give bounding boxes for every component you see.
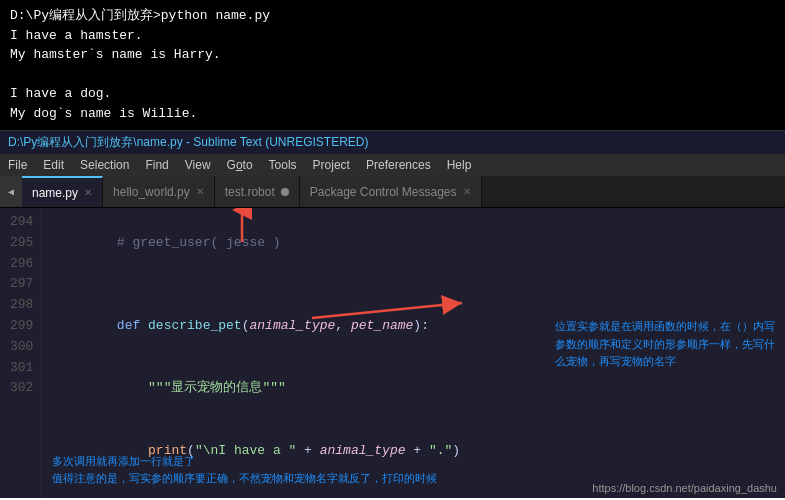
tab-close-hello-py[interactable]: ✕ bbox=[196, 186, 204, 197]
menu-file[interactable]: File bbox=[0, 156, 35, 174]
code-area[interactable]: # greet_user( jesse ) def describe_pet(a… bbox=[42, 208, 785, 498]
tab-name-py[interactable]: name.py ✕ bbox=[22, 176, 103, 208]
line-numbers: 294 295 296 297 298 299 300 301 302 bbox=[0, 208, 42, 498]
tab-label: Package Control Messages bbox=[310, 185, 457, 199]
terminal-output: I have a hamster. My hamster`s name is H… bbox=[10, 26, 775, 131]
tab-label: name.py bbox=[32, 186, 78, 200]
menu-tools[interactable]: Tools bbox=[261, 156, 305, 174]
code-line-297: """显示宠物的信息""" bbox=[54, 358, 785, 420]
code-line-295 bbox=[54, 274, 785, 295]
menu-help[interactable]: Help bbox=[439, 156, 480, 174]
code-line-296: def describe_pet(animal_type, pet_name): bbox=[54, 295, 785, 357]
menu-bar: File Edit Selection Find View Goto Tools… bbox=[0, 154, 785, 176]
terminal-line: I have a dog. bbox=[10, 84, 775, 104]
code-line-299: print("My " + animal_type + "'s name is … bbox=[54, 482, 785, 498]
tab-package-control[interactable]: Package Control Messages ✕ bbox=[300, 176, 482, 208]
line-number: 294 bbox=[10, 212, 33, 233]
code-line-298: print("\nI have a " + animal_type + ".") bbox=[54, 420, 785, 482]
menu-goto[interactable]: Goto bbox=[219, 156, 261, 174]
tab-close-name-py[interactable]: ✕ bbox=[84, 187, 92, 198]
tab-dot-test-robot bbox=[281, 188, 289, 196]
menu-selection[interactable]: Selection bbox=[72, 156, 137, 174]
line-number: 302 bbox=[10, 378, 33, 399]
terminal-line: I have a hamster. bbox=[10, 26, 775, 46]
menu-project[interactable]: Project bbox=[305, 156, 358, 174]
terminal-line bbox=[10, 123, 775, 130]
tab-close-package[interactable]: ✕ bbox=[463, 186, 471, 197]
line-number: 296 bbox=[10, 254, 33, 275]
line-number: 297 bbox=[10, 274, 33, 295]
terminal: D:\Py编程从入门到放弃>python name.py I have a ha… bbox=[0, 0, 785, 130]
menu-preferences[interactable]: Preferences bbox=[358, 156, 439, 174]
line-number: 301 bbox=[10, 358, 33, 379]
tab-test-robot[interactable]: test.robot bbox=[215, 176, 300, 208]
code-line-294: # greet_user( jesse ) bbox=[54, 212, 785, 274]
title-bar: D:\Py编程从入门到放弃\name.py - Sublime Text (UN… bbox=[0, 130, 785, 154]
menu-view[interactable]: View bbox=[177, 156, 219, 174]
terminal-prompt: D:\Py编程从入门到放弃>python name.py bbox=[10, 6, 775, 26]
tab-bar: ◀ name.py ✕ hello_world.py ✕ test.robot … bbox=[0, 176, 785, 208]
code-lines: # greet_user( jesse ) def describe_pet(a… bbox=[42, 208, 785, 498]
line-number: 298 bbox=[10, 295, 33, 316]
terminal-line: My dog`s name is Willie. bbox=[10, 104, 775, 124]
terminal-line bbox=[10, 65, 775, 85]
tab-nav-left[interactable]: ◀ bbox=[0, 176, 22, 208]
tab-label: test.robot bbox=[225, 185, 275, 199]
tab-label: hello_world.py bbox=[113, 185, 190, 199]
menu-find[interactable]: Find bbox=[137, 156, 176, 174]
editor: 294 295 296 297 298 299 300 301 302 # gr… bbox=[0, 208, 785, 498]
line-number: 299 bbox=[10, 316, 33, 337]
tab-hello-world-py[interactable]: hello_world.py ✕ bbox=[103, 176, 215, 208]
terminal-line: My hamster`s name is Harry. bbox=[10, 45, 775, 65]
title-bar-text: D:\Py编程从入门到放弃\name.py - Sublime Text (UN… bbox=[8, 135, 369, 149]
line-number: 300 bbox=[10, 337, 33, 358]
menu-edit[interactable]: Edit bbox=[35, 156, 72, 174]
line-number: 295 bbox=[10, 233, 33, 254]
